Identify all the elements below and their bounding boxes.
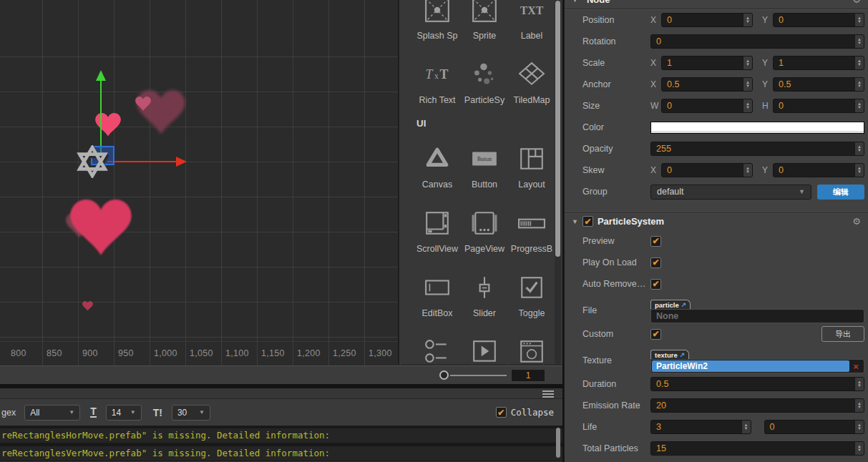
stepper[interactable]: ▲▼ xyxy=(854,399,864,412)
zoom-slider-track[interactable] xyxy=(450,375,507,376)
collapse-checkbox[interactable]: ✔ xyxy=(496,407,507,418)
ruler-label: 850 xyxy=(47,348,62,358)
skew-x-input[interactable]: 0▲▼ xyxy=(661,163,753,177)
life-input[interactable]: 3▲▼ xyxy=(650,420,751,434)
auto-remove-checkbox[interactable]: ✔ xyxy=(650,279,661,290)
gear-icon[interactable]: ⚙ xyxy=(852,216,861,227)
palette-row: ScrollViewPageViewProgressB xyxy=(399,202,555,255)
anchor-y-input[interactable]: 0.5▲▼ xyxy=(773,77,864,92)
stepper[interactable]: ▲▼ xyxy=(854,442,864,455)
emission-rate-label: Emission Rate xyxy=(582,400,650,411)
stepper[interactable]: ▲▼ xyxy=(854,14,864,26)
stepper[interactable]: ▲▼ xyxy=(854,421,864,433)
anchor-x-input[interactable]: 0.5▲▼ xyxy=(661,77,753,92)
palette-item-splash-sp[interactable]: Splash Sp xyxy=(414,0,461,42)
stepper[interactable]: ▲▼ xyxy=(854,164,864,177)
palette-item-web-view-icon[interactable] xyxy=(508,331,555,364)
palette-item-editbox[interactable]: EditBox xyxy=(414,267,461,320)
font-size-icon: T xyxy=(90,407,97,418)
palette-item-scrollview[interactable]: ScrollView xyxy=(414,202,461,255)
palette-item-label[interactable]: TXTLabel xyxy=(508,0,555,42)
group-label: Group xyxy=(582,187,650,197)
stepper[interactable]: ▲▼ xyxy=(743,99,752,112)
position-y-input[interactable]: 0▲▼ xyxy=(773,13,864,27)
preview-checkbox[interactable]: ✔ xyxy=(650,236,661,247)
sprite-icon xyxy=(424,0,451,31)
line-limit-select[interactable]: 30▼ xyxy=(172,405,210,421)
collapse-arrow-icon[interactable]: ▼ xyxy=(572,218,578,225)
node-section-title: Node xyxy=(587,0,610,5)
palette-scrollbar-thumb[interactable] xyxy=(555,1,560,257)
axis-x-line[interactable] xyxy=(107,161,176,162)
panel-menu-icon[interactable] xyxy=(542,390,554,399)
console-scrollbar-thumb[interactable] xyxy=(556,428,560,458)
palette-item-progressb[interactable]: ProgressB xyxy=(508,202,555,255)
opacity-input[interactable]: 255▲▼ xyxy=(650,142,864,156)
size-w-input[interactable]: 0▲▼ xyxy=(661,99,753,113)
life-variance-input[interactable]: 0▲▼ xyxy=(764,420,865,434)
axis-y-arrow[interactable] xyxy=(96,70,106,81)
stepper[interactable]: ▲▼ xyxy=(854,142,864,155)
palette-item-rich-text[interactable]: TxTRich Text xyxy=(414,54,461,107)
external-link-icon[interactable]: ↗ xyxy=(680,351,686,358)
texture-input[interactable]: ParticleWin2 × xyxy=(650,359,864,373)
stepper[interactable]: ▲▼ xyxy=(743,56,752,69)
heart-sprite[interactable] xyxy=(70,200,132,260)
console-log-line[interactable]: reRectanglesHorMove.prefab" is missing. … xyxy=(0,428,562,443)
emission-rate-input[interactable]: 20▲▼ xyxy=(650,398,864,413)
heart-sprite[interactable] xyxy=(95,113,121,139)
axis-x-arrow[interactable] xyxy=(176,157,187,167)
palette-item-canvas[interactable]: Canvas xyxy=(414,138,461,191)
texture-selected-asset[interactable]: ParticleWin2 xyxy=(652,360,849,372)
stepper[interactable]: ▲▼ xyxy=(741,421,751,433)
stepper[interactable]: ▲▼ xyxy=(854,35,864,48)
stepper[interactable]: ▲▼ xyxy=(854,56,864,69)
clear-icon[interactable]: × xyxy=(849,361,862,372)
size-h-input[interactable]: 0▲▼ xyxy=(773,99,864,113)
palette-item-toggle[interactable]: Toggle xyxy=(508,267,555,320)
gear-icon[interactable]: ⚙ xyxy=(852,0,861,5)
stepper[interactable]: ▲▼ xyxy=(743,78,752,91)
total-particles-input[interactable]: 15▲▼ xyxy=(650,441,864,456)
heart-sprite[interactable] xyxy=(82,301,93,314)
palette-item-layout[interactable]: Layout xyxy=(508,138,555,191)
position-x-input[interactable]: 0▲▼ xyxy=(661,13,753,27)
stepper[interactable]: ▲▼ xyxy=(854,99,864,112)
skew-y-input[interactable]: 0▲▼ xyxy=(773,163,864,177)
palette-item-slider[interactable]: Slider xyxy=(461,267,508,320)
palette-item-button[interactable]: ButtonButton xyxy=(461,138,508,191)
font-size-select[interactable]: 14▼ xyxy=(106,405,142,421)
palette-item-video-player-icon[interactable] xyxy=(461,331,508,364)
collapse-arrow-icon[interactable]: ▼ xyxy=(572,0,578,4)
log-level-select[interactable]: All▼ xyxy=(24,405,80,421)
ruler-label: 1,150 xyxy=(261,348,285,358)
color-swatch[interactable] xyxy=(650,122,864,134)
stepper[interactable]: ▲▼ xyxy=(854,78,864,91)
duration-input[interactable]: 0.5▲▼ xyxy=(650,377,864,391)
file-input[interactable]: None xyxy=(650,309,864,323)
stepper[interactable]: ▲▼ xyxy=(743,14,752,26)
external-link-icon[interactable]: ↗ xyxy=(681,301,687,308)
scale-x-input[interactable]: 1▲▼ xyxy=(661,56,753,70)
palette-item-sprite[interactable]: Sprite xyxy=(461,0,508,42)
rotation-input[interactable]: 0▲▼ xyxy=(650,34,864,49)
palette-item-particlesy[interactable]: ParticleSy xyxy=(461,54,508,107)
group-edit-button[interactable]: 编辑 xyxy=(817,185,864,200)
scale-y-input[interactable]: 1▲▼ xyxy=(773,56,864,70)
palette-item-tiledmap[interactable]: TiledMap xyxy=(508,54,555,107)
play-on-load-checkbox[interactable]: ✔ xyxy=(650,257,661,268)
zoom-slider-knob[interactable] xyxy=(439,370,449,380)
stepper[interactable]: ▲▼ xyxy=(854,378,864,390)
palette-item-pageview[interactable]: PageView xyxy=(461,202,508,255)
group-select[interactable]: default ▼ xyxy=(650,185,811,200)
console-log-line[interactable]: reRectanglesVerMove.prefab" is missing. … xyxy=(0,446,562,461)
heart-sprite[interactable] xyxy=(135,97,151,114)
custom-checkbox[interactable]: ✔ xyxy=(650,329,661,340)
palette-row: TxTRich TextParticleSyTiledMap xyxy=(399,54,555,107)
stepper[interactable]: ▲▼ xyxy=(743,164,752,177)
particle-system-enabled-checkbox[interactable]: ✔ xyxy=(582,216,593,227)
emission-rate-row: Emission Rate 20▲▼ xyxy=(565,395,868,416)
add-node-palette: Splash SpSpriteTXTLabelTxTRich TextParti… xyxy=(398,0,562,364)
export-button[interactable]: 导出 xyxy=(821,326,864,342)
palette-item-toggle-group-icon[interactable] xyxy=(414,331,461,364)
